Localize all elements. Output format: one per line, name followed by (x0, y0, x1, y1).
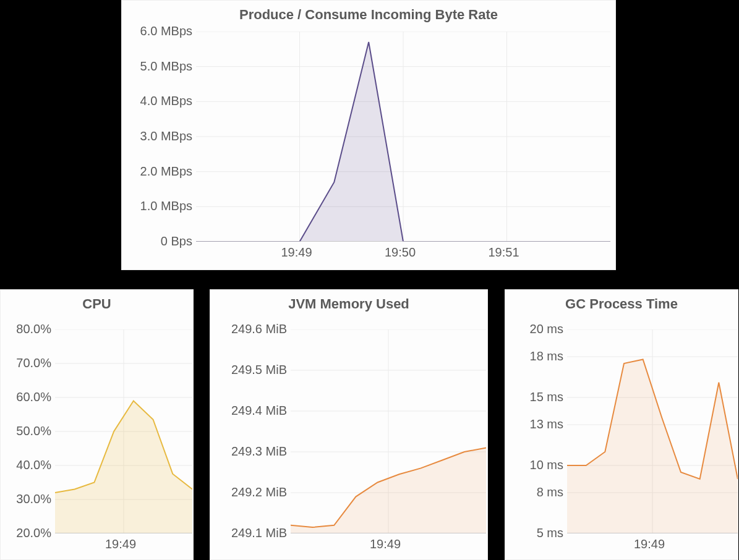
y-tick-label: 20 ms (506, 322, 563, 336)
y-tick-label: 2.0 MBps (123, 164, 192, 179)
x-tick-label: 19:51 (489, 245, 519, 260)
x-tick-label: 19:49 (370, 537, 401, 551)
y-tick-label: 6.0 MBps (123, 24, 192, 38)
panel-cpu: CPU 20.0%30.0%40.0%50.0%60.0%70.0%80.0%1… (0, 289, 194, 560)
y-tick-label: 80.0% (1, 322, 51, 336)
x-tick-label: 19:49 (634, 537, 665, 551)
y-tick-label: 18 ms (506, 349, 563, 363)
y-tick-label: 15 ms (506, 390, 563, 404)
y-tick-label: 8 ms (506, 485, 563, 499)
y-tick-label: 60.0% (1, 390, 51, 404)
y-tick-label: 249.4 MiB (211, 404, 287, 418)
panel-gc: GC Process Time 5 ms8 ms10 ms13 ms15 ms1… (505, 289, 738, 560)
panel-title-byte-rate: Produce / Consume Incoming Byte Rate (122, 1, 615, 27)
y-tick-label: 40.0% (1, 458, 51, 472)
y-tick-label: 10 ms (506, 458, 563, 472)
x-tick-label: 19:49 (281, 245, 312, 260)
panel-jvm: JVM Memory Used 249.1 MiB249.2 MiB249.3 … (210, 289, 488, 560)
y-tick-label: 249.3 MiB (211, 444, 287, 459)
y-tick-label: 13 ms (506, 417, 563, 431)
y-tick-label: 249.6 MiB (211, 322, 287, 336)
x-tick-label: 19:49 (105, 537, 136, 551)
chart-jvm (291, 329, 486, 533)
chart-cpu (55, 329, 192, 533)
chart-byte-rate (196, 32, 610, 242)
panel-title-jvm: JVM Memory Used (210, 290, 487, 316)
y-tick-label: 0 Bps (123, 234, 192, 248)
y-tick-label: 70.0% (1, 356, 51, 370)
y-tick-label: 249.5 MiB (211, 363, 287, 377)
y-tick-label: 20.0% (1, 526, 51, 540)
panel-title-gc: GC Process Time (505, 290, 738, 316)
y-tick-label: 3.0 MBps (123, 129, 192, 143)
x-tick-label: 19:50 (385, 245, 416, 260)
y-tick-label: 5 ms (506, 526, 563, 540)
y-tick-label: 1.0 MBps (123, 199, 192, 213)
chart-gc (567, 329, 738, 533)
y-tick-label: 4.0 MBps (123, 94, 192, 108)
panel-byte-rate: Produce / Consume Incoming Byte Rate 0 B… (121, 0, 616, 270)
y-tick-label: 30.0% (1, 492, 51, 506)
y-tick-label: 5.0 MBps (123, 59, 192, 74)
y-tick-label: 249.1 MiB (211, 526, 287, 540)
y-tick-label: 249.2 MiB (211, 485, 287, 499)
panel-title-cpu: CPU (1, 290, 193, 316)
y-tick-label: 50.0% (1, 424, 51, 438)
